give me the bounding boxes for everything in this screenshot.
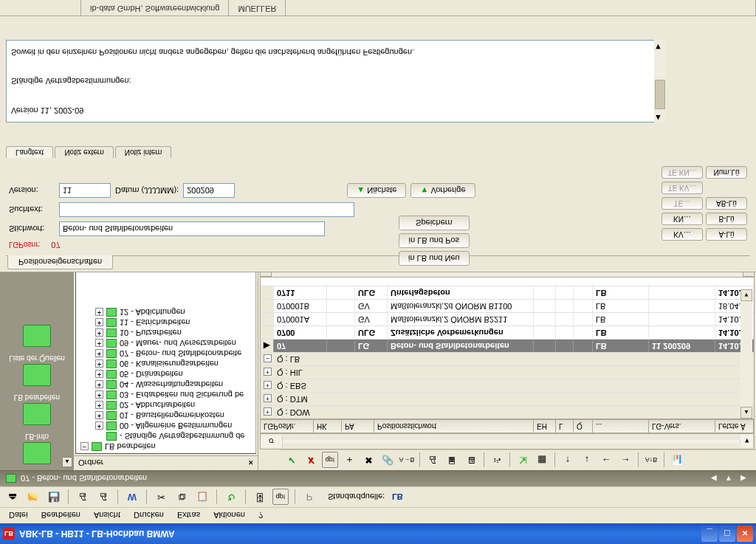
version-input[interactable] [59,183,111,198]
tree-item[interactable]: - Ständige Vertragsbestimmung de [76,431,255,441]
tree-item[interactable]: +05 - Dränarbeiten [76,369,255,379]
gt-calc-icon[interactable]: 🖩 [444,452,460,469]
col-lgvers[interactable]: LG-Vers. [649,420,715,433]
expand-icon[interactable]: + [95,329,103,337]
maximize-button[interactable]: □ [719,526,735,542]
tree-item[interactable]: +07 - Beton- und Stahlbetonarbeite [76,348,255,359]
gt-plus-icon[interactable]: ＋ [341,452,357,469]
expand-icon[interactable]: + [95,340,103,348]
expand-icon[interactable]: + [95,402,103,410]
tool-cut-icon[interactable]: ✂ [153,489,169,506]
tool-open-icon[interactable]: 📂 [25,489,41,506]
gt-delete-icon[interactable]: ✖ [360,452,377,469]
tool-copy-icon[interactable]: ⧉ [173,489,190,506]
expand-icon[interactable]: + [95,309,103,317]
tool-printprev-icon[interactable]: 🖨 [95,489,111,506]
table-row[interactable]: 070001BGVMaßtoleranzkl.2d ÖNORM B1100LB1… [261,299,754,312]
gt-left-icon[interactable]: ← [598,452,614,469]
gt-right-icon[interactable]: → [617,452,633,469]
expand-icon[interactable]: + [95,360,103,368]
menu-extras[interactable]: Extras [171,510,206,522]
collapse-icon[interactable]: − [80,443,89,451]
gt-cancel-icon[interactable]: ✘ [303,452,319,469]
scroll-thumb[interactable] [655,80,665,109]
col-l[interactable]: L [556,420,574,433]
leftnav-quellen[interactable]: Liste der Quellen [4,351,70,389]
col-pa[interactable]: PA [342,420,374,433]
gt-ab-icon[interactable]: A→B [399,452,415,469]
grid-body[interactable]: +Q : DOW +Q : DTM +Q : EBS +Q : HIL −Q :… [260,277,755,419]
doc-nav-down-icon[interactable]: ▼ [722,473,735,485]
datum-input[interactable] [183,183,235,198]
te-button[interactable]: TE… [662,197,703,210]
grid-vscroll[interactable]: ▲▼ [740,289,752,419]
longtext-content[interactable]: Version 11, 2002-09 Ständige Vertragsbes… [6,40,666,123]
tool-p-icon[interactable]: P [301,489,317,506]
grid-group-row[interactable]: +Q : EBS [261,379,754,392]
tree-item[interactable]: +01 - Baustellengemeinkosten [76,410,255,421]
ablue-button[interactable]: AB-Lü [706,197,747,210]
doc-nav-left-icon[interactable]: ◀ [707,473,721,485]
in-lb-neu-button[interactable]: in LB und Neu [399,251,470,266]
longtext-vscroll[interactable]: ▲ ▼ [654,40,666,123]
gt-field-icon[interactable]: qp! [322,452,338,469]
gt-check-icon[interactable]: ✔ [284,452,300,469]
expand-icon[interactable]: + [264,407,272,416]
expand-icon[interactable]: + [95,371,103,379]
save-button[interactable]: Speichern [399,216,470,230]
grid-group-row[interactable]: +Q : HIL [261,365,754,379]
expand-icon[interactable]: + [95,412,103,420]
tab-notiz-extern[interactable]: Notiz extern [55,146,113,158]
expand-icon[interactable]: + [95,422,103,430]
scroll-up-icon[interactable]: ▲ [740,407,752,419]
stichwort-input[interactable] [59,221,325,236]
gt-print-icon[interactable]: 🖨 [425,452,441,469]
leftnav-extra[interactable] [4,320,70,350]
col-stichwort[interactable]: Positionsstichwort [374,420,534,433]
gt-expand-icon[interactable]: ⇲ [515,452,531,469]
tree-item[interactable]: +12 - Abdichtungen [76,307,255,317]
kv-button[interactable]: KV… [662,228,703,241]
gt-screen-icon[interactable]: 🖥 [463,452,479,469]
kn-button[interactable]: KN… [662,213,703,225]
col-letzte[interactable]: Letzte Ä [715,420,754,433]
tab-notiz-intern[interactable]: Notiz intern [115,146,172,158]
menu-aktionen[interactable]: Aktionen [207,510,251,522]
gt-link-icon[interactable]: 🔗 [379,452,396,469]
gt-up-icon[interactable]: ↑ [560,452,576,469]
close-button[interactable]: × [737,526,753,542]
gt-chart-icon[interactable]: 📊 [669,452,685,469]
expand-icon[interactable]: + [95,381,103,389]
table-row[interactable]: 0711ULGUnterlagsbetonLB14.10. [261,286,754,299]
alue-button[interactable]: A-Lü [706,228,747,241]
col-hk[interactable]: HK [314,420,342,433]
menu-ansicht[interactable]: Ansicht [88,510,126,522]
in-lb-pos-button[interactable]: in LB und Pos [399,233,470,248]
col-q[interactable]: Q [574,420,593,433]
blue-button[interactable]: B-Lü [706,213,747,225]
gt-grid-icon[interactable]: ▦ [534,452,550,469]
tree-item[interactable]: +00 - Allgemeine Bestimmungen [76,421,255,431]
tool-save-icon[interactable]: 💾 [46,489,62,506]
leftnav-lbinfo[interactable]: LB-Info [4,430,70,467]
filter-dropdown-icon[interactable]: ▾ [740,435,754,448]
table-row[interactable]: ▶ 07LGBeton- und StahlbetonarbeitenLB11 … [261,339,754,352]
grid-filter-row[interactable]: σ ▾ [260,433,755,450]
col-eh[interactable]: EH [534,420,556,433]
menu-datei[interactable]: Datei [3,510,34,522]
tree-item[interactable]: +06 - Kanalisierungsarbeiten [76,359,255,369]
tree-item[interactable]: +10 - Putzarbeiten [76,328,255,338]
tree-item[interactable]: +04 - Wasserhaltungsarbeiten [76,379,255,390]
tree-item[interactable]: +09 - Mauer- und Versetzarbeiten [76,338,255,348]
grid-group-row[interactable]: +Q : DTM [261,392,754,405]
col-lgposnr[interactable]: LGPosNr. [261,420,314,433]
scroll-down-icon[interactable]: ▼ [740,289,752,301]
tool-wizard-icon[interactable]: W [124,489,140,506]
table-row[interactable]: 0700ULGZusätzliche VorbemerkungenLB14.10… [261,326,754,339]
doc-nav-right-icon[interactable]: ▶ [737,473,750,485]
minimize-button[interactable]: _ [701,526,718,542]
tekv-button[interactable]: TE KV… [662,182,703,194]
tree-item[interactable]: +11 - Estricharbeiten [76,317,255,328]
col-lg[interactable]: ... [593,420,649,433]
scroll-up-icon[interactable]: ▲ [654,111,666,123]
